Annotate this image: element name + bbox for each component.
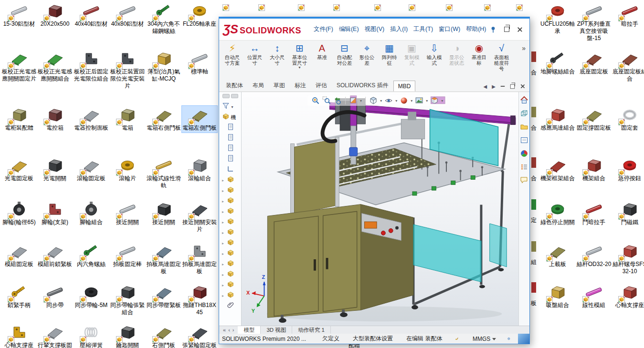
sheet-nav-arrow-icon[interactable]: ›: [232, 327, 234, 333]
ribbon-basic-location-dimension-button[interactable]: ⊞基本位置尺寸▼: [288, 41, 311, 80]
tab-mbd[interactable]: MBD: [393, 81, 416, 92]
desktop-icon[interactable]: 拍板固定棒: [110, 242, 145, 269]
tree-node-cube[interactable]: ▸: [219, 238, 241, 248]
tab-布局[interactable]: 布局: [248, 79, 269, 92]
ribbon-geometric-tolerance-button[interactable]: ⌖形位公差: [356, 41, 378, 80]
sheet-nav-arrow-icon[interactable]: ‹: [228, 327, 230, 333]
desktop-icon[interactable]: 門暗拉手: [576, 200, 612, 227]
desktop-icon[interactable]: 機架組合: [576, 156, 612, 183]
desktop-icon[interactable]: [485, 1, 509, 10]
apply-scene-icon[interactable]: [415, 96, 423, 105]
ribbon-auto-dimension-scheme-button[interactable]: ⚡自动尺寸方案: [221, 41, 243, 80]
sheet-nav-arrow-icon[interactable]: «: [223, 327, 226, 333]
desktop-icon[interactable]: 模組前鎖緊板: [37, 242, 73, 269]
desktop-icon[interactable]: [334, 1, 358, 10]
tree-node-cube[interactable]: ▸: [219, 290, 241, 301]
dropdown-caret-icon[interactable]: ▾: [395, 99, 397, 103]
dropdown-caret-icon[interactable]: ▾: [441, 99, 443, 103]
desktop-icon[interactable]: [410, 1, 433, 10]
document-restore-button[interactable]: [510, 84, 515, 88]
desktop-icon[interactable]: 標準軸: [182, 50, 217, 76]
menu-插入I[interactable]: 插入(I): [387, 23, 411, 36]
document-close-button[interactable]: [520, 84, 525, 89]
desktop-icon[interactable]: 滾輪組合: [182, 156, 217, 183]
desktop-icon[interactable]: 腳輪(支架): [37, 200, 73, 227]
desktop-icon[interactable]: 行輦支撐板固定塊: [37, 323, 73, 348]
dropdown-caret-icon[interactable]: ▾: [411, 99, 412, 103]
desktop-icon[interactable]: 腳輪組合: [74, 200, 109, 227]
view-orientation-icon[interactable]: [430, 96, 439, 105]
desktop-icon[interactable]: 同步帶: [37, 283, 73, 310]
folder-icon[interactable]: [520, 123, 528, 131]
tree-node-cube[interactable]: ▸: [219, 227, 241, 238]
desktop-icon[interactable]: 接近開關安裝片: [182, 200, 217, 234]
desktop-icon[interactable]: 鑰匙開關: [110, 323, 145, 348]
desktop-icon[interactable]: 接近開關: [146, 200, 181, 227]
desktop-icon[interactable]: 模組固定板: [1, 242, 37, 269]
desktop-icon[interactable]: 上載板: [540, 242, 575, 269]
display-style-icon[interactable]: [369, 96, 378, 105]
expand-chevron-icon[interactable]: ▸: [222, 210, 226, 214]
bottom-tab-动作研究-1[interactable]: 动作研究 1: [292, 326, 331, 334]
desktop-icon[interactable]: 固定套: [612, 106, 644, 133]
desktop-icon[interactable]: [259, 1, 283, 10]
desktop-icon[interactable]: 內六角螺絲: [74, 242, 109, 269]
tree-node-cube[interactable]: ▸: [219, 248, 241, 259]
dropdown-caret-icon[interactable]: ▾: [380, 99, 382, 103]
desktop-icon[interactable]: 接近開關: [110, 200, 145, 227]
desktop-icon[interactable]: 絲杆OD32-20: [576, 242, 612, 269]
desktop-icon[interactable]: 電箱左側門板: [182, 106, 217, 133]
tree-node-cube[interactable]: ▸: [219, 280, 241, 290]
tab-标注[interactable]: 标注: [290, 79, 311, 92]
desktop-icon[interactable]: 光電開關: [37, 156, 73, 183]
ribbon-size-dimension-button[interactable]: ↕大小尺寸: [266, 41, 288, 80]
desktop-icon[interactable]: 板校正光電感應開關組合: [37, 50, 73, 83]
tab-评估[interactable]: 评估: [311, 79, 332, 92]
drawing-sheet-icon[interactable]: [520, 136, 528, 144]
desktop-icon[interactable]: 拖鏈THB18X45: [182, 283, 217, 317]
desktop-icon[interactable]: [223, 1, 247, 10]
desktop-icon[interactable]: 光電固定板: [1, 156, 37, 183]
desktop-icon[interactable]: 板校正裝置回限位光電安裝片: [110, 50, 145, 91]
desktop-icon[interactable]: 絲杆螺母SFS32-10: [612, 242, 644, 276]
desktop-icon[interactable]: 電器控制面板: [74, 106, 109, 133]
desktop-icon[interactable]: 暗拉手: [612, 2, 644, 29]
ribbon-datum-target-button[interactable]: ◉基准目标: [468, 41, 490, 80]
desktop-icon[interactable]: 15-30鋁型材: [1, 2, 37, 29]
desktop-icon[interactable]: 20X20x500: [37, 2, 73, 29]
ribbon-auto-mating-tolerance-button[interactable]: ⊟自动配对公差: [333, 41, 356, 80]
isometric-grid-icon[interactable]: [520, 109, 528, 118]
desktop-icon[interactable]: 門磁鐵: [612, 200, 644, 227]
expand-chevron-icon[interactable]: ▸: [222, 189, 226, 193]
desktop-icon[interactable]: 板校正后固定光電限位組合: [74, 50, 109, 83]
expand-chevron-icon[interactable]: ▸: [222, 273, 226, 277]
color-wheel-icon[interactable]: [520, 149, 528, 158]
desktop-icon[interactable]: [517, 1, 541, 10]
desktop-icon[interactable]: 304內六角不鏽鋼螺絲: [146, 2, 181, 36]
tab-scroll-right-icon[interactable]: ▶: [492, 84, 496, 89]
desktop-icon[interactable]: [299, 1, 323, 10]
expand-chevron-icon[interactable]: ▸: [222, 241, 226, 246]
dropdown-caret-icon[interactable]: ▾: [426, 99, 428, 103]
comment-icon[interactable]: [520, 176, 528, 184]
desktop-icon[interactable]: 地腳螺絲組合: [540, 50, 575, 76]
hide-show-items-icon[interactable]: [384, 96, 393, 105]
desktop-icon[interactable]: 急停按鈕: [612, 156, 644, 183]
expand-chevron-icon[interactable]: ▸: [222, 252, 226, 256]
document-minimize-button[interactable]: [501, 86, 505, 87]
tab-装配体[interactable]: 装配体: [221, 79, 248, 92]
tree-node-cube[interactable]: ▸: [219, 196, 241, 206]
globe-icon[interactable]: [507, 335, 510, 342]
desktop-icon[interactable]: 底座固定板: [576, 50, 612, 76]
tree-node-axis[interactable]: [219, 164, 241, 175]
desktop-icon[interactable]: 滾輪式線性滑軌: [146, 156, 181, 190]
graphics-viewport[interactable]: X Z Y ▾▾▾▾▾▾: [242, 92, 518, 326]
desktop-icon[interactable]: 底座固定板組合: [612, 50, 644, 83]
desktop-icon[interactable]: 40x40鋁型材: [74, 2, 109, 29]
ribbon-overflow-button[interactable]: »: [522, 41, 528, 80]
tree-filter[interactable]: ▼: [219, 102, 241, 112]
desktop-icon[interactable]: 同步帶壓緊板: [146, 283, 181, 310]
desktop-icon[interactable]: 拍板馬達固定板: [182, 242, 217, 276]
red-button-2[interactable]: [389, 228, 393, 233]
restore-window-button[interactable]: [504, 27, 509, 32]
